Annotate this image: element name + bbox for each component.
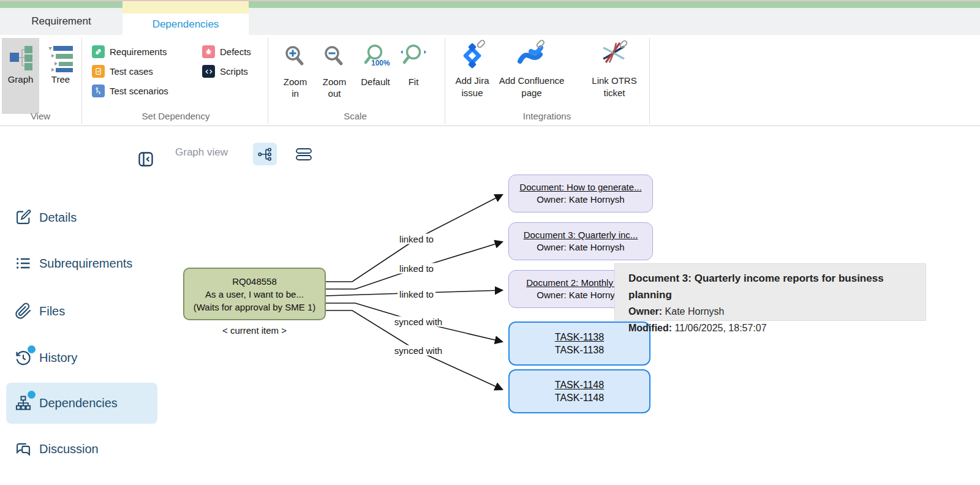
add-jira-issue-label: Add Jira issue bbox=[450, 75, 495, 99]
otrs-icon bbox=[600, 39, 629, 71]
ribbon-separator bbox=[445, 38, 445, 124]
fit-scale-icon bbox=[399, 43, 428, 73]
sidebar-item-dependencies[interactable]: Dependencies bbox=[15, 394, 118, 412]
zoom-out-button[interactable]: Zoom out bbox=[318, 43, 351, 99]
sidebar-item-subrequirements[interactable]: Subrequirements bbox=[15, 255, 132, 272]
default-scale-button[interactable]: 100% Default bbox=[355, 43, 396, 88]
group-label-set-dependency: Set Dependency bbox=[115, 111, 237, 121]
zoom-out-icon bbox=[320, 43, 349, 73]
current-node-status: (Waits for approval by SME 1) bbox=[194, 301, 316, 314]
zoom-in-label: Zoom in bbox=[279, 76, 312, 99]
set-dep-defects[interactable]: Defects bbox=[202, 45, 251, 58]
tree-view-button[interactable]: Tree bbox=[43, 38, 78, 114]
tooltip-modified-value: 11/06/2025, 18:57:07 bbox=[675, 323, 767, 333]
tree-view-label: Tree bbox=[51, 74, 70, 85]
default-scale-badge: 100% bbox=[371, 59, 390, 67]
list-icon bbox=[15, 255, 32, 272]
document-owner: Owner: Kate Hornysh bbox=[537, 289, 624, 301]
collapse-panel-icon bbox=[137, 151, 154, 168]
graph-layout-icon bbox=[257, 146, 273, 162]
test-scenarios-label: Test scenarios bbox=[110, 86, 168, 96]
graph-view-heading: Graph view bbox=[175, 146, 228, 159]
document-node-1[interactable]: Document: How to generate... Owner: Kate… bbox=[508, 175, 653, 212]
defects-icon bbox=[202, 45, 215, 58]
requirements-label: Requirements bbox=[110, 47, 167, 57]
group-label-scale: Scale bbox=[325, 111, 386, 121]
collapse-panel-button[interactable] bbox=[136, 149, 156, 169]
history-icon bbox=[15, 349, 32, 366]
current-requirement-node[interactable]: RQ048558 As a user, I want to be... (Wai… bbox=[183, 268, 326, 320]
requirements-icon bbox=[92, 45, 105, 58]
paperclip-icon bbox=[15, 303, 32, 320]
fit-scale-button[interactable]: Fit bbox=[399, 43, 428, 88]
ribbon-separator bbox=[81, 38, 82, 124]
add-confluence-page-label: Add Confluence page bbox=[496, 75, 567, 99]
tooltip-modified-label: Modified: bbox=[628, 323, 672, 333]
sidebar-label-discussion: Discussion bbox=[39, 442, 99, 456]
document-owner: Owner: Kate Hornysh bbox=[537, 241, 624, 254]
current-node-title: As a user, I want to be... bbox=[205, 288, 304, 301]
set-dep-test-scenarios[interactable]: Test scenarios bbox=[92, 85, 168, 97]
active-tab-highlight bbox=[123, 1, 249, 13]
fit-scale-label: Fit bbox=[409, 76, 419, 88]
tab-dependencies[interactable]: Dependencies bbox=[123, 13, 249, 35]
set-dep-scripts[interactable]: Scripts bbox=[202, 65, 248, 78]
graph-view-icon bbox=[6, 43, 36, 74]
graph-layout-button[interactable] bbox=[253, 143, 277, 165]
tree-view-icon bbox=[46, 43, 75, 74]
add-confluence-page-button[interactable]: Add Confluence page bbox=[496, 39, 567, 99]
current-node-id: RQ048558 bbox=[232, 275, 277, 288]
node-tooltip: Document 3: Quarterly income reports for… bbox=[614, 263, 926, 321]
edge-label: linked to bbox=[398, 263, 435, 274]
add-jira-issue-button[interactable]: Add Jira issue bbox=[450, 39, 495, 99]
sidebar-label-subrequirements: Subrequirements bbox=[39, 257, 132, 271]
document-link[interactable]: Document: How to generate... bbox=[519, 181, 641, 194]
sidebar-item-history[interactable]: History bbox=[15, 349, 77, 366]
tooltip-modified-row: Modified: 11/06/2025, 18:57:07 bbox=[628, 320, 925, 336]
edge-label: linked to bbox=[398, 289, 435, 299]
defects-label: Defects bbox=[220, 47, 251, 57]
link-otrs-ticket-label: Link OTRS ticket bbox=[586, 75, 643, 99]
discussion-icon bbox=[15, 440, 32, 457]
set-dep-test-cases[interactable]: Test cases bbox=[92, 65, 153, 78]
edge-label: linked to bbox=[398, 234, 435, 244]
tooltip-owner-value: Kate Hornysh bbox=[665, 306, 725, 317]
set-dep-requirements[interactable]: Requirements bbox=[92, 45, 167, 58]
document-node-2[interactable]: Document 3: Quarterly inc... Owner: Kate… bbox=[508, 222, 653, 260]
sidebar-item-discussion[interactable]: Discussion bbox=[15, 440, 99, 457]
tooltip-owner-label: Owner: bbox=[628, 306, 662, 317]
dependencies-badge-dot bbox=[28, 391, 36, 399]
scripts-label: Scripts bbox=[220, 66, 248, 77]
task-subtitle: TASK-1138 bbox=[555, 344, 604, 356]
graph-view-label: Graph bbox=[8, 74, 34, 85]
sidebar-label-dependencies: Dependencies bbox=[39, 396, 118, 410]
test-cases-label: Test cases bbox=[110, 66, 153, 77]
sidebar-label-details: Details bbox=[39, 211, 77, 225]
zoom-in-icon bbox=[281, 43, 309, 73]
history-badge-dot bbox=[28, 345, 36, 353]
confluence-icon bbox=[517, 39, 546, 71]
ribbon-separator bbox=[268, 38, 268, 124]
tab-requirement[interactable]: Requirement bbox=[0, 8, 123, 35]
link-otrs-ticket-button[interactable]: Link OTRS ticket bbox=[586, 39, 643, 99]
zoom-in-button[interactable]: Zoom in bbox=[279, 43, 312, 99]
sidebar-item-files[interactable]: Files bbox=[15, 303, 65, 320]
list-layout-button[interactable] bbox=[292, 143, 315, 165]
dependencies-icon bbox=[15, 394, 32, 412]
task-link[interactable]: TASK-1138 bbox=[555, 331, 604, 344]
graph-view-button[interactable]: Graph bbox=[2, 38, 39, 114]
group-label-integrations: Integrations bbox=[506, 111, 588, 121]
task-node-1148[interactable]: TASK-1148 TASK-1148 bbox=[508, 369, 650, 413]
edge-label: synced with bbox=[393, 317, 444, 327]
edge-label: synced with bbox=[393, 345, 444, 356]
document-owner: Owner: Kate Hornysh bbox=[537, 194, 624, 206]
test-scenarios-icon bbox=[92, 85, 105, 97]
tooltip-owner-row: Owner: Kate Hornysh bbox=[628, 303, 925, 320]
task-link[interactable]: TASK-1148 bbox=[555, 378, 604, 391]
list-layout-icon bbox=[295, 146, 312, 162]
sidebar-item-details[interactable]: Details bbox=[15, 209, 77, 226]
default-scale-icon: 100% bbox=[361, 43, 390, 73]
ribbon-separator bbox=[649, 38, 650, 124]
default-scale-label: Default bbox=[361, 76, 390, 88]
document-link[interactable]: Document 3: Quarterly inc... bbox=[524, 229, 638, 241]
